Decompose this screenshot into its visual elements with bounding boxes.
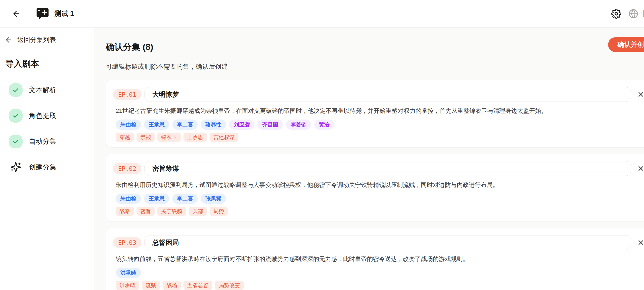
topic-tag: 宫廷权谋 — [210, 133, 238, 142]
character-tag: 李二喜 — [172, 194, 198, 204]
topic-tag: 穿越 — [116, 133, 134, 142]
language-label: 中 — [640, 9, 644, 19]
topic-tags: 穿越崇祯锦衣卫王承恩宫廷权谋 — [116, 133, 644, 142]
globe-icon — [628, 9, 638, 19]
app-window: 测试 1 中 返回分集列表 导入剧本 文本解析 — [0, 0, 644, 290]
step-label: 文本解析 — [29, 85, 56, 95]
character-tags: 朱由检王承恩李二喜张凤翼 — [116, 194, 644, 204]
sidebar: 返回分集列表 导入剧本 文本解析 角色提取 自动分集 创建分集 — [0, 28, 94, 290]
episode-badge: EP.01 — [113, 89, 142, 100]
sparkles-icon — [9, 160, 22, 174]
language-switcher[interactable]: 中 — [628, 9, 644, 19]
topic-tags: 洪承畴流贼战场五省总督局势改变 — [116, 281, 644, 290]
section-subtitle: 可编辑标题或删除不需要的集，确认后创建 — [106, 62, 644, 71]
main-content: 确认分集 (8) 可编辑标题或删除不需要的集，确认后创建 确认并创建 EP.01… — [94, 28, 644, 290]
character-tag: 王承恩 — [144, 194, 169, 204]
episode-card: EP.02 朱由检利用历史知识预判局势，试图通过战略调整与人事变动掌控兵权，他秘… — [106, 154, 644, 222]
topic-tags: 战略密旨关宁铁骑兵部局势 — [116, 207, 644, 216]
episode-badge: EP.03 — [113, 237, 142, 248]
topic-tag: 崇祯 — [136, 133, 155, 142]
topic-tag: 王承恩 — [184, 133, 207, 142]
episode-badge: EP.02 — [113, 163, 142, 174]
wizard-step: 文本解析 — [9, 83, 90, 97]
topic-tag: 五省总督 — [184, 281, 212, 290]
page-title: 测试 1 — [54, 9, 74, 19]
character-tag: 黄涪 — [314, 120, 334, 130]
character-tag: 骆养性 — [201, 120, 226, 130]
topic-tag: 锦衣卫 — [157, 133, 181, 142]
topic-tag: 战场 — [163, 281, 181, 290]
character-tag: 刘应袭 — [229, 120, 254, 130]
character-tag: 李二喜 — [172, 120, 198, 130]
back-icon[interactable] — [11, 8, 22, 20]
wizard-steps: 文本解析 角色提取 自动分集 创建分集 — [9, 83, 90, 174]
topic-tag: 局势 — [210, 207, 228, 216]
episode-description: 朱由检利用历史知识预判局势，试图通过战略调整与人事变动掌控兵权，他秘密下令调动关… — [116, 181, 644, 189]
episode-title-input[interactable] — [144, 235, 631, 250]
wizard-step: 自动分集 — [9, 135, 90, 148]
wizard-step: 角色提取 — [9, 109, 90, 123]
character-tag: 王承恩 — [144, 120, 169, 130]
confirm-create-button[interactable]: 确认并创建 — [608, 37, 644, 52]
back-link-label: 返回分集列表 — [17, 36, 56, 44]
step-label: 创建分集 — [29, 163, 56, 172]
check-circle-icon — [9, 109, 22, 123]
close-icon[interactable] — [636, 164, 644, 173]
step-label: 自动分集 — [29, 137, 56, 146]
episode-description: 21世纪考古研究生朱振卿穿越成为崇祯皇帝，在面对支离破碎的帝国时，他决定不再坐以… — [116, 107, 644, 115]
gear-icon[interactable] — [611, 9, 622, 19]
wizard-step: 创建分集 — [9, 160, 90, 174]
episode-title-input[interactable] — [144, 87, 631, 102]
check-circle-icon — [9, 135, 22, 148]
character-tag: 齐昌国 — [258, 120, 283, 130]
top-bar: 测试 1 中 — [0, 0, 644, 28]
topbar-actions: 中 — [611, 0, 644, 28]
topic-tag: 洪承畴 — [116, 281, 139, 290]
character-tags: 朱由检王承恩李二喜骆养性刘应袭齐昌国李若链黄涪 — [116, 120, 644, 130]
episode-card: EP.03 镜头转向前线，五省总督洪承畴在汝宁府面对不断扩张的流贼势力感到深深的… — [106, 228, 644, 290]
character-tag: 张凤翼 — [201, 194, 226, 204]
close-icon[interactable] — [636, 90, 644, 99]
back-to-episode-list-link[interactable]: 返回分集列表 — [5, 36, 56, 44]
check-circle-icon — [9, 83, 22, 97]
episode-title-input[interactable] — [144, 161, 631, 176]
close-icon[interactable] — [636, 238, 644, 247]
episode-list: EP.01 21世纪考古研究生朱振卿穿越成为崇祯皇帝，在面对支离破碎的帝国时，他… — [106, 80, 644, 290]
character-tag: 朱由检 — [116, 194, 141, 204]
section-title: 确认分集 (8) — [106, 41, 644, 53]
topic-tag: 密旨 — [136, 207, 155, 216]
character-tag: 李若链 — [286, 120, 311, 130]
topic-tag: 关宁铁骑 — [157, 207, 186, 216]
chat-bubble-logo-icon — [36, 8, 49, 20]
episode-card: EP.01 21世纪考古研究生朱振卿穿越成为崇祯皇帝，在面对支离破碎的帝国时，他… — [106, 80, 644, 148]
character-tag: 朱由检 — [116, 120, 141, 130]
step-label: 角色提取 — [29, 111, 56, 120]
topic-tag: 流贼 — [142, 281, 160, 290]
topic-tag: 兵部 — [189, 207, 207, 216]
topic-tag: 战略 — [116, 207, 134, 216]
arrow-left-icon — [5, 36, 12, 44]
topic-tag: 局势改变 — [215, 281, 244, 290]
character-tag: 洪承畴 — [116, 268, 141, 278]
episode-description: 镜头转向前线，五省总督洪承畴在汝宁府面对不断扩张的流贼势力感到深深的无力感，此时… — [116, 255, 644, 263]
character-tags: 洪承畴 — [116, 268, 644, 278]
sidebar-heading: 导入剧本 — [5, 58, 90, 69]
